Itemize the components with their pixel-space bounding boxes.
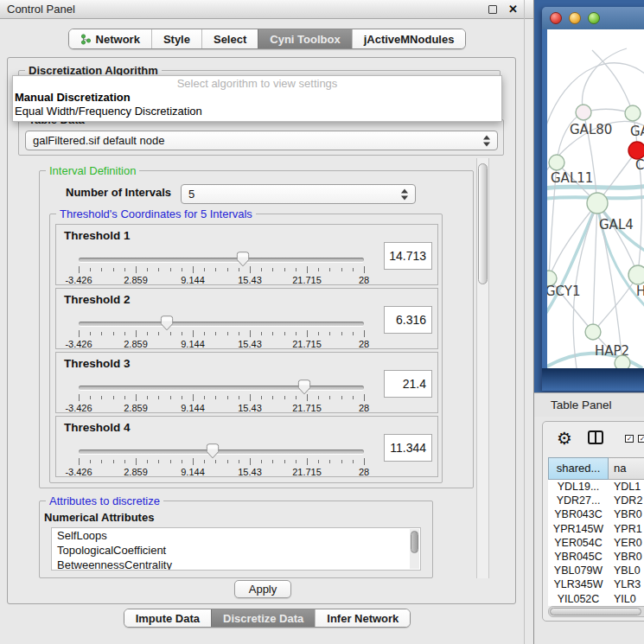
close-icon[interactable]: ✕ <box>508 2 518 17</box>
scrollbar-thumb[interactable] <box>411 531 418 553</box>
table-row[interactable]: YER054CYER0 <box>548 536 644 550</box>
cell-shared-name[interactable]: YBR045C <box>548 550 609 564</box>
network-node-gal11[interactable] <box>549 155 564 170</box>
attributes-scrollbar[interactable] <box>410 529 419 569</box>
slider-track[interactable] <box>79 450 364 454</box>
split-view-icon[interactable] <box>588 430 603 444</box>
tab-label: Discretize Data <box>223 612 303 625</box>
threshold-value-field[interactable]: 14.713 <box>384 242 432 270</box>
cell-shared-name[interactable]: YDR27... <box>548 494 609 507</box>
cell-shared-name[interactable]: YIL052C <box>548 592 609 606</box>
tab-cyni-toolbox[interactable]: Cyni Toolbox <box>258 29 351 48</box>
tab-select[interactable]: Select <box>201 29 258 48</box>
column-header-shared-name[interactable]: shared... <box>548 457 609 480</box>
tab-style[interactable]: Style <box>151 29 201 48</box>
stepper-up-down-icon[interactable] <box>401 188 409 200</box>
gear-icon[interactable]: ⚙ <box>557 427 572 450</box>
group-label: Interval Definition <box>46 164 139 177</box>
cell-name[interactable]: YBR0 <box>609 507 642 521</box>
network-node-hap2[interactable] <box>585 324 601 340</box>
cell-shared-name[interactable]: YBL079W <box>548 564 609 577</box>
threshold-slider-3[interactable]: -3.4262.8599.14415.4321.71528 <box>79 379 364 412</box>
slider-thumb[interactable] <box>237 252 250 267</box>
scrollbar-thumb[interactable] <box>478 163 488 284</box>
threshold-label: Threshold 3 <box>64 357 131 370</box>
network-canvas[interactable]: GAL80GACGAL11GAL4GCY1HHAP2 <box>547 29 644 368</box>
table-row[interactable]: YIL052CYIL0 <box>548 592 644 606</box>
tab-infer-network[interactable]: Infer Network <box>315 609 410 627</box>
table-row[interactable]: YBL079WYBL0 <box>548 564 644 577</box>
slider-ticks <box>79 394 364 402</box>
slider-track[interactable] <box>79 258 364 262</box>
table-row[interactable]: YDR27...YDR2 <box>548 494 644 507</box>
number-of-intervals-combobox[interactable]: 5 <box>181 184 416 204</box>
network-node-gal80[interactable] <box>576 105 591 120</box>
threshold-slider-2[interactable]: -3.4262.8599.14415.4321.71528 <box>79 316 364 348</box>
threshold-label: Threshold 1 <box>64 229 131 242</box>
threshold-panel-3: Threshold 3-3.4262.8599.14415.4321.71528… <box>55 352 438 413</box>
cell-name[interactable]: YPR1 <box>609 522 642 536</box>
network-graph: GAL80GACGAL11GAL4GCY1HHAP2 <box>547 29 644 368</box>
column-checkbox-icon[interactable]: ✓ <box>625 435 634 443</box>
network-node-h[interactable] <box>628 265 644 284</box>
table-row[interactable]: YPR145WYPR1 <box>548 522 644 536</box>
slider-thumb[interactable] <box>297 379 310 395</box>
threshold-slider-4[interactable]: -3.4262.8599.14415.4321.71528 <box>79 443 364 476</box>
node-attribute-table: shared... na YDL19...YDL1YDR27...YDR2YBR… <box>548 457 644 606</box>
cell-name[interactable]: YBL0 <box>609 564 641 577</box>
cell-name[interactable]: YDL1 <box>609 480 641 494</box>
network-node[interactable] <box>615 355 630 368</box>
cell-name[interactable]: YER0 <box>609 536 642 550</box>
apply-button[interactable]: Apply <box>234 580 291 598</box>
dropdown-option-equal-width-frequency-discretization[interactable]: Equal Width/Frequency Discretization <box>13 105 501 118</box>
cell-name[interactable]: YDR2 <box>609 494 642 507</box>
minimize-button[interactable] <box>569 12 581 24</box>
slider-track[interactable] <box>79 322 364 326</box>
threshold-value-field[interactable]: 6.316 <box>384 306 432 334</box>
float-window-icon[interactable] <box>488 5 497 14</box>
table-row[interactable]: YDL19...YDL1 <box>548 480 644 494</box>
threshold-slider-1[interactable]: -3.4262.8599.14415.4321.71528 <box>79 252 364 284</box>
slider-thumb[interactable] <box>207 443 220 459</box>
cell-shared-name[interactable]: YLR345W <box>548 577 609 591</box>
network-window-titlebar[interactable] <box>542 7 644 29</box>
stepper-up-down-icon[interactable] <box>483 135 491 146</box>
cell-shared-name[interactable]: YER054C <box>548 536 609 550</box>
table-data-value: galFiltered.sif default node <box>33 134 164 147</box>
table-row[interactable]: YLR345WYLR3 <box>548 577 644 591</box>
cell-name[interactable]: YLR3 <box>609 577 641 591</box>
threshold-value-field[interactable]: 11.344 <box>384 434 432 462</box>
network-node-gal4[interactable] <box>587 193 608 214</box>
slider-track[interactable] <box>79 386 364 390</box>
settings-vertical-scrollbar[interactable] <box>476 158 489 578</box>
table-horizontal-scrollbar[interactable] <box>548 606 644 617</box>
tab-discretize-data[interactable]: Discretize Data <box>211 609 315 627</box>
scrollbar-thumb[interactable] <box>550 608 641 615</box>
tab-impute-data[interactable]: Impute Data <box>124 609 211 627</box>
threshold-value-field[interactable]: 21.4 <box>384 370 432 398</box>
close-button[interactable] <box>550 12 562 24</box>
cell-shared-name[interactable]: YBR043C <box>548 507 609 521</box>
table-row[interactable]: YBR043CYBR0 <box>548 507 644 521</box>
cell-shared-name[interactable]: YDL19... <box>548 480 609 494</box>
tab-jactivemnodules[interactable]: jActiveMNodules <box>352 29 466 48</box>
attribute-list-item[interactable]: SelfLoops <box>52 528 420 543</box>
table-panel-header: Table Panel <box>534 392 644 417</box>
attribute-list-item[interactable]: TopologicalCoefficient <box>52 543 420 558</box>
table-data-combobox[interactable]: galFiltered.sif default node <box>25 131 498 150</box>
network-node-c[interactable] <box>628 142 644 159</box>
column-header-name[interactable]: na <box>609 457 644 480</box>
table-row[interactable]: YBR045CYBR0 <box>548 550 644 564</box>
network-view-window: GAL80GACGAL11GAL4GCY1HHAP2 <box>542 7 644 391</box>
slider-thumb[interactable] <box>161 316 174 331</box>
zoom-button[interactable] <box>588 12 600 24</box>
dropdown-option-manual-discretization[interactable]: Manual Discretization <box>13 91 501 105</box>
tab-network[interactable]: Network <box>69 29 151 48</box>
network-node-ga[interactable] <box>625 105 641 121</box>
application-root: Control Panel ✕ NetworkStyleSelectCyni T… <box>0 0 644 644</box>
cell-shared-name[interactable]: YPR145W <box>548 522 609 536</box>
attribute-list-item[interactable]: BetweennessCentrality <box>52 558 420 571</box>
column-checkbox-icon[interactable]: ✓ <box>638 435 644 443</box>
cell-name[interactable]: YIL0 <box>609 592 636 606</box>
cell-name[interactable]: YBR0 <box>609 550 642 564</box>
